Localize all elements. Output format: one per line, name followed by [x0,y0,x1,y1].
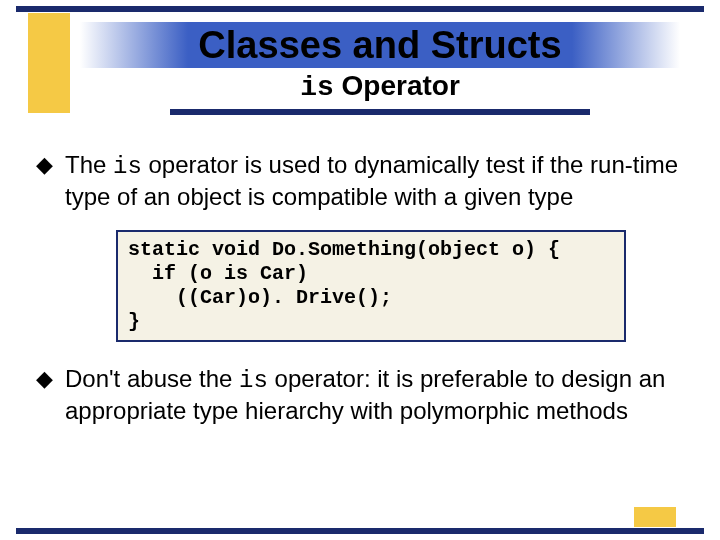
code-block: static void Do.Something(object o) { if … [116,230,626,342]
subtitle-text: Operator [334,70,460,101]
bullet-item: ◆ The is operator is used to dynamically… [36,150,684,212]
subtitle-keyword: is [300,72,334,103]
title-area: Classes and Structs is Operator [80,22,680,115]
bullet-marker: ◆ [36,364,53,394]
title-gradient: Classes and Structs [80,22,680,68]
bottom-border [16,528,704,534]
bullet-post: operator is used to dynamically test if … [65,151,678,210]
bullet-text: Don't abuse the is operator: it is prefe… [65,364,684,426]
accent-block-bottom-right [634,507,676,527]
content-area: ◆ The is operator is used to dynamically… [36,150,684,444]
bullet-pre: The [65,151,113,178]
bullet-mono: is [239,367,268,394]
bullet-mono: is [113,153,142,180]
slide-title: Classes and Structs [198,24,561,67]
bullet-pre: Don't abuse the [65,365,239,392]
bullet-item: ◆ Don't abuse the is operator: it is pre… [36,364,684,426]
title-underline [170,109,590,115]
bullet-marker: ◆ [36,150,53,180]
accent-block-top-left [28,13,70,113]
slide-subtitle: is Operator [80,70,680,103]
top-border [16,6,704,12]
bullet-text: The is operator is used to dynamically t… [65,150,684,212]
